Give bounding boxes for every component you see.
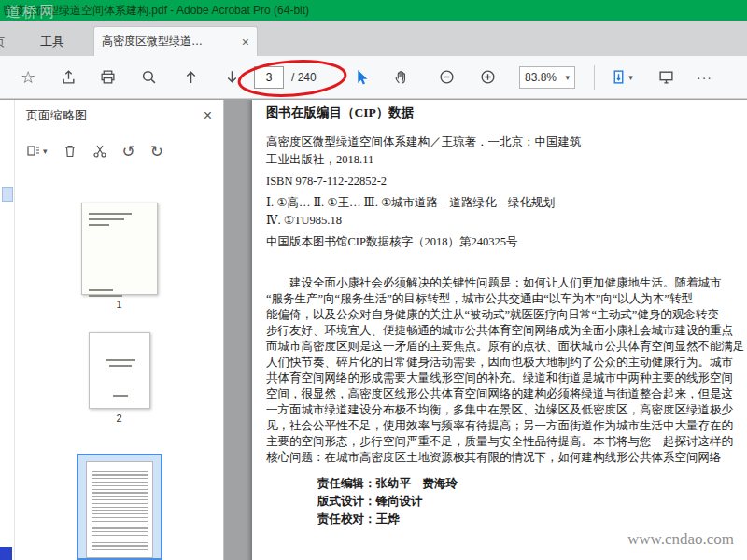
window-title-bar: 密度区微型绿道空间体系建构.pdf - Adobe Acrobat Pro (6…: [0, 0, 747, 21]
doc-line: 中国版本图书馆CIP数据核字（2018）第240325号: [266, 233, 747, 251]
minus-circle-icon: [439, 69, 455, 85]
tab-tools[interactable]: 工具: [17, 28, 88, 56]
chevron-down-icon: ▾: [43, 147, 48, 156]
print-icon: [100, 69, 116, 85]
delete-pages-button[interactable]: [63, 144, 78, 159]
thumbnail-page-3-preview: [86, 461, 153, 558]
arrow-up-icon: [183, 69, 199, 85]
panel-close-icon[interactable]: ×: [204, 107, 212, 124]
options-icon: [26, 144, 41, 159]
doc-line: 主要的空间形态，步行空间严重不足，质量与安全性品待提高。本书将与您一起探讨这样的: [266, 434, 747, 450]
rotate-ccw-icon: ↺: [122, 144, 135, 160]
tab-document-label: 高密度区微型绿道…: [102, 34, 203, 49]
print-button[interactable]: [93, 63, 121, 91]
monitor-icon: [658, 69, 674, 85]
thumb-decor: [89, 218, 124, 220]
page-display-mode-button[interactable]: ▾: [603, 63, 641, 91]
window-title: 密度区微型绿道空间体系建构.pdf - Adobe Acrobat Pro (6…: [3, 4, 309, 17]
doc-line: 一方面城市绿道建设分布极不均衡，多集中在景区、边缘区及低密度区，高密度区绿道极少: [266, 402, 747, 418]
thumbnails-pane-icon[interactable]: [2, 187, 13, 202]
chevron-down-icon: ▾: [565, 73, 570, 82]
extract-pages-button[interactable]: [92, 144, 107, 159]
doc-line: 工业出版社，2018.11: [266, 151, 747, 169]
thumbnail-page-3-selected[interactable]: [77, 454, 162, 560]
doc-line: 而城市高密度区则是这一矛盾的主要焦点。原有的点状、面状城市公共体育空间显然不能满…: [266, 339, 747, 355]
plus-circle-icon: [480, 69, 496, 85]
doc-line: ISBN 978-7-112-22852-2: [266, 173, 747, 190]
cip-header: 图书在版编目（CIP）数据: [266, 105, 747, 121]
select-tool-button[interactable]: [346, 63, 374, 91]
thumb-decor: [89, 213, 132, 215]
thumb-decor: [113, 395, 128, 397]
thumb-decor: [109, 365, 132, 367]
doc-line: Ⅳ. ①TU985.18: [266, 212, 747, 230]
thumbnail-options-button[interactable]: ▾: [26, 144, 48, 159]
favorites-button[interactable]: ☆: [14, 63, 42, 91]
share-icon: [61, 69, 77, 85]
cursor-arrow-icon: [353, 69, 369, 85]
zoom-out-button[interactable]: [432, 63, 460, 91]
previous-page-button[interactable]: [176, 63, 204, 91]
panel-toolbar: ▾ ↺ ↻: [15, 132, 223, 171]
search-button[interactable]: [134, 63, 162, 91]
tab-bar: 页 工具 高密度区微型绿道… ×: [0, 21, 747, 56]
doc-line: 核心问题：在城市高密度区土地资源极其有限的情况下，如何建构线形公共体系空间网络: [266, 450, 747, 466]
doc-line: 高密度区微型绿道空间体系建构／王琼著．一北京：中国建筑: [266, 133, 747, 151]
star-icon: ☆: [21, 69, 35, 86]
hand-tool-button[interactable]: [387, 63, 415, 91]
nav-pane-strip: [0, 100, 15, 560]
panel-header: 页面缩略图 ×: [15, 100, 223, 132]
chevron-down-icon: ▾: [628, 73, 633, 82]
doc-line: 人们快节奏、碎片化的日常健身活动需要，因而也极大地制约了公众的主动健康行为。城市: [266, 355, 747, 371]
share-button[interactable]: [54, 63, 82, 91]
doc-line: 空间，很显然，高密度区线形公共体育空间网络的建构必须将绿道与街道整合起来，但是这: [266, 386, 747, 402]
thumb-decor: [92, 469, 148, 551]
document-view[interactable]: 图书在版编目（CIP）数据 高密度区微型绿道空间体系建构／王琼著．一北京：中国建…: [225, 100, 747, 560]
doc-line: 能偏倚，以及公众对自身健康的关注从“被动式”就医医疗向日常“主动式”健身的观念转…: [266, 307, 747, 323]
main-toolbar: ☆ / 240 83.8% ▾ ▾ ···: [0, 56, 747, 99]
rotate-left-button[interactable]: ↺: [122, 144, 135, 160]
thumbnail-list: 1 2: [15, 171, 223, 560]
zoom-level-dropdown[interactable]: 83.8% ▾: [519, 66, 575, 89]
pdf-page: 图书在版编目（CIP）数据 高密度区微型绿道空间体系建构／王琼著．一北京：中国建…: [252, 100, 747, 560]
thumb-decor: [106, 359, 135, 361]
arrow-down-icon: [224, 69, 240, 85]
tab-tools-label: 工具: [40, 35, 64, 49]
doc-line: 责任校对：王烨: [317, 511, 747, 528]
doc-line: 建设全面小康社会必须解决的关键性问题是：如何让人们更加健康地生活。随着城市: [266, 275, 747, 291]
scrolling-page-icon: [611, 69, 627, 85]
rotate-right-button[interactable]: ↻: [150, 144, 163, 160]
thumb-decor: [89, 295, 122, 297]
next-page-button[interactable]: [218, 63, 246, 91]
tab-document[interactable]: 高密度区微型绿道… ×: [93, 26, 258, 56]
doc-line: “服务生产”向“服务生活”的目标转型，城市公共交通由“以车为本”向“以人为本”转…: [266, 291, 747, 307]
zoom-level-value: 83.8%: [525, 71, 557, 84]
doc-line: 共体育空间网络的形成需要大量线形空间的补充。绿道和街道是城市中两种主要的线形空间: [266, 371, 747, 386]
toolbar-separator: [594, 65, 595, 90]
doc-line: 版式设计：锋尚设计: [317, 493, 747, 511]
tab-home-partial[interactable]: 页: [0, 28, 13, 56]
doc-line: 步行友好、环境宜人、便捷畅通的城市公共体育空间网络成为全面小康社会城市建设的重点: [266, 323, 747, 339]
page-thumbnails-panel: 页面缩略图 × ▾ ↺ ↻ 1 2: [15, 100, 224, 560]
thumbnail-page-1[interactable]: [81, 203, 158, 295]
thumb-decor: [89, 289, 113, 291]
page-count-label: / 240: [291, 56, 317, 99]
trash-icon: [63, 144, 78, 159]
presentation-mode-button[interactable]: [652, 63, 680, 91]
thumbnail-page-2[interactable]: [89, 332, 150, 409]
panel-title: 页面缩略图: [26, 107, 87, 124]
zoom-in-button[interactable]: [473, 63, 501, 91]
page-number-input[interactable]: [254, 66, 284, 89]
tab-close-icon[interactable]: ×: [242, 35, 249, 49]
doc-line: 见，社会公平性不足，使用效率与频率有待提高；另一方面街道作为城市生活中大量存在的: [266, 418, 747, 434]
scissors-icon: [92, 144, 107, 159]
more-tools-button[interactable]: ···: [697, 56, 712, 99]
doc-line: 责任编辑：张幼平 费海玲: [317, 475, 747, 493]
credits-block: 责任编辑：张幼平 费海玲 版式设计：锋尚设计 责任校对：王烨: [317, 475, 747, 528]
hand-icon: [393, 69, 409, 85]
thumbnail-label: 1: [116, 299, 121, 310]
rotate-cw-icon: ↻: [150, 144, 163, 160]
doc-line: Ⅰ. ①高… Ⅱ. ①王… Ⅲ. ①城市道路－道路绿化－绿化规划: [266, 194, 747, 212]
thumbnail-label: 2: [116, 413, 121, 424]
search-icon: [141, 69, 157, 85]
